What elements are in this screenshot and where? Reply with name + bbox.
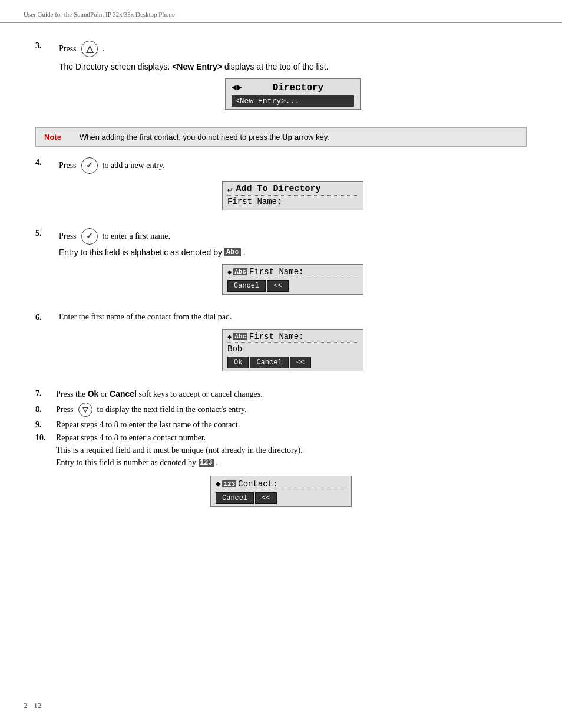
check-icon-4: ✓ <box>86 162 93 170</box>
add-dir-field: First Name: <box>227 196 358 207</box>
fn-abc-6: Abc <box>233 333 247 340</box>
step-10-text: Repeat steps 4 to 8 to enter a contact n… <box>56 433 206 443</box>
step-8-body: Press ▽ to display the next field in the… <box>56 403 527 417</box>
first-name-screen: ◆ Abc First Name: Cancel << <box>222 264 363 295</box>
step-10-details: This is a required field and it must be … <box>56 446 303 467</box>
step-7: 7. Press the Ok or Cancel soft keys to a… <box>35 389 527 399</box>
step-6-desc: Enter the first name of the contact from… <box>59 312 232 322</box>
step-10-sub2-text: Entry to this field is number as denoted… <box>56 458 196 467</box>
step-6: 6. Enter the first name of the contact f… <box>35 312 527 376</box>
step-8-text: Press <box>56 405 74 414</box>
step-7-cancel: Cancel <box>110 389 137 398</box>
step-6-text: Enter the first name of the contact from… <box>59 312 527 322</box>
page-content: 3. Press △ . The Directory screen displa… <box>0 23 562 535</box>
step-9-body: Repeat steps 4 to 8 to enter the last na… <box>56 420 527 430</box>
cancel-softkey-5[interactable]: Cancel <box>227 280 266 292</box>
down-arrow-button[interactable]: ▽ <box>78 403 92 417</box>
contact-num-label: 123 <box>222 480 236 487</box>
step-7-num: 7. <box>35 389 56 398</box>
fn-abc: Abc <box>233 268 247 275</box>
step-7-or: or <box>98 390 110 398</box>
first-name-bob-screen: ◆ Abc First Name: Bob Ok Cancel << <box>222 329 363 371</box>
down-arrow-icon: ▽ <box>82 406 88 413</box>
up-arrow-button[interactable]: △ <box>81 41 98 57</box>
ok-softkey-6[interactable]: Ok <box>227 357 249 368</box>
num-label: 123 <box>199 459 214 467</box>
step-10-sub2: Entry to this field is number as denoted… <box>56 458 303 467</box>
step-5-desc: to enter a first name. <box>103 232 170 241</box>
step-3: 3. Press △ . The Directory screen displa… <box>35 41 527 114</box>
contact-diamond-icon: ◆ <box>216 479 220 489</box>
dir-arrows: ◄► <box>232 83 242 93</box>
step-4-number: 4. <box>35 157 59 167</box>
backspace-softkey-6[interactable]: << <box>290 357 311 368</box>
contact-cancel-softkey[interactable]: Cancel <box>216 492 254 504</box>
step-4-body: Press ✓ to add a new entry. ↵ Add To Dir… <box>59 157 527 215</box>
softkeys-row-5: Cancel << <box>227 280 358 292</box>
diamond-icon-6: ◆ <box>227 332 232 341</box>
footer-page-number: 2 - 12 <box>24 701 41 710</box>
step-3-description: The Directory screen displays. <New Entr… <box>59 62 527 71</box>
contact-softkeys: Cancel << <box>216 492 346 504</box>
step-3-press: Press <box>59 44 77 54</box>
note-box: Note When adding the first contact, you … <box>35 127 527 147</box>
step-4-desc: to add a new entry. <box>103 161 165 170</box>
step-5: 5. Press ✓ to enter a first name. Entry … <box>35 228 527 299</box>
add-dir-back-arrow: ↵ <box>227 184 232 194</box>
step-3-body: Press △ . The Directory screen displays.… <box>59 41 527 114</box>
step-3-number: 3. <box>35 41 59 51</box>
header-text: User Guide for the SoundPoint IP 32x/33x… <box>24 11 175 18</box>
cancel-softkey-6[interactable]: Cancel <box>250 357 288 368</box>
step-3-period: . <box>103 44 105 54</box>
add-dir-title: Add To Directory <box>236 184 320 194</box>
step-4-press: Press <box>59 161 77 170</box>
step-9-num: 9. <box>35 420 56 430</box>
step-10-main: 10. Repeat steps 4 to 8 to enter a conta… <box>35 433 206 443</box>
step-10-sub1: This is a required field and it must be … <box>56 446 303 455</box>
contact-backspace-softkey[interactable]: << <box>255 492 276 504</box>
dir-new-entry: <New Entry>... <box>232 95 354 107</box>
fn-header-6: ◆ Abc First Name: <box>227 332 358 343</box>
step-6-screen: ◆ Abc First Name: Bob Ok Cancel << <box>59 329 527 371</box>
dir-title: Directory <box>242 83 354 93</box>
step-8-num: 8. <box>35 405 56 414</box>
diamond-icon: ◆ <box>227 268 232 276</box>
step-5-screen: ◆ Abc First Name: Cancel << <box>59 264 527 295</box>
step-5-number: 5. <box>35 228 59 238</box>
step-5-body: Press ✓ to enter a first name. Entry to … <box>59 228 527 299</box>
step-5-sub: Entry to this field is alphabetic as den… <box>59 248 222 257</box>
step-8-rest: to display the next field in the contact… <box>97 405 247 414</box>
note-bold: Up <box>282 133 292 141</box>
contact-header: ◆ 123 Contact: <box>216 479 346 490</box>
step-7-rest: soft keys to accept or cancel changes. <box>137 390 263 398</box>
page-footer: 2 - 12 <box>24 701 41 710</box>
fn-header: ◆ Abc First Name: <box>227 267 358 278</box>
check-icon-5: ✓ <box>86 232 93 241</box>
steps-list: 7. Press the Ok or Cancel soft keys to a… <box>35 389 527 467</box>
backspace-softkey-5[interactable]: << <box>267 280 288 292</box>
contact-screen: ◆ 123 Contact: Cancel << <box>210 476 352 507</box>
note-text-part2: arrow key. <box>292 133 329 141</box>
step-7-ok: Ok <box>88 389 99 398</box>
abc-label: Abc <box>224 248 241 256</box>
contact-field: Contact: <box>238 479 277 489</box>
fn-field: First Name: <box>249 267 303 276</box>
step-10: 10. Repeat steps 4 to 8 to enter a conta… <box>35 433 527 467</box>
step-3-text: Press △ . <box>59 41 527 57</box>
step-9: 9. Repeat steps 4 to 8 to enter the last… <box>35 420 527 430</box>
page-header: User Guide for the SoundPoint IP 32x/33x… <box>0 0 562 23</box>
step-3-screen: ◄► Directory <New Entry>... <box>59 78 527 110</box>
step-6-number: 6. <box>35 312 59 322</box>
note-text-part1: When adding the first contact, you do no… <box>80 133 282 141</box>
fn-field-6: First Name: <box>249 332 303 341</box>
check-button-4[interactable]: ✓ <box>81 157 98 174</box>
directory-screen: ◄► Directory <New Entry>... <box>225 78 361 110</box>
step-10-num: 10. <box>35 433 56 443</box>
up-arrow-icon: △ <box>86 44 93 54</box>
dir-screen-header: ◄► Directory <box>232 81 354 94</box>
step-5-text: Press ✓ to enter a first name. <box>59 228 527 245</box>
step-8: 8. Press ▽ to display the next field in … <box>35 403 527 417</box>
add-to-directory-screen: ↵ Add To Directory First Name: <box>222 181 363 210</box>
check-button-5[interactable]: ✓ <box>81 228 98 245</box>
softkeys-row-6: Ok Cancel << <box>227 357 358 368</box>
